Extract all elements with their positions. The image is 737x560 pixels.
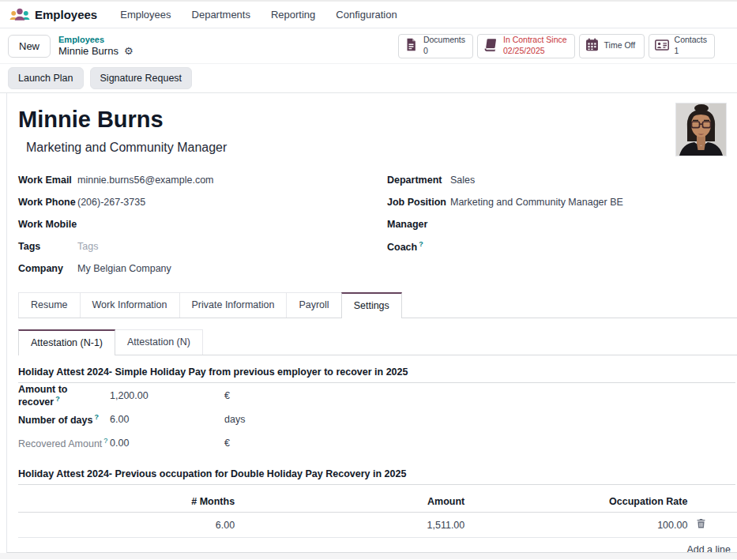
amount-column-header[interactable]: Amount	[241, 491, 471, 513]
company-label: Company	[18, 263, 77, 274]
main-navbar: Employees Employees Departments Reportin…	[0, 2, 737, 28]
recovered-amount-field: 0.00	[110, 438, 224, 449]
smart-button-label: In Contract Since	[503, 35, 567, 46]
manager-label: Manager	[387, 219, 450, 230]
employee-header: Minnie Burns Marketing and Community Man…	[18, 103, 227, 156]
amount-cell[interactable]: 1,511.00	[241, 513, 471, 538]
smart-button-value: 1	[675, 46, 707, 57]
days-unit: days	[224, 414, 245, 425]
subtab-attestation-n1[interactable]: Attestation (N-1)	[18, 329, 115, 355]
employee-job-title[interactable]: Marketing and Community Manager	[26, 141, 227, 155]
launch-plan-button[interactable]: Launch Plan	[8, 67, 84, 89]
number-of-days-field[interactable]: 6.00	[110, 414, 224, 425]
subtab-attestation-n[interactable]: Attestation (N)	[115, 329, 203, 355]
signature-request-button[interactable]: Signature Request	[90, 67, 193, 89]
field-group-left: Work Emailminnie.burns56@example.com Wor…	[18, 169, 378, 280]
field-groups: Work Emailminnie.burns56@example.com Wor…	[18, 169, 737, 280]
notebook-tabs: Resume Work Information Private Informat…	[18, 292, 737, 318]
occupation-rate-cell[interactable]: 100.00	[471, 513, 694, 538]
file-icon	[404, 38, 418, 54]
department-label: Department	[387, 175, 450, 186]
book-icon	[483, 38, 498, 54]
job-position-label: Job Position	[387, 197, 450, 208]
add-a-line-link[interactable]: Add a line	[18, 538, 737, 554]
menu-reporting[interactable]: Reporting	[261, 3, 325, 26]
help-icon: ?	[103, 437, 107, 445]
work-phone-label: Work Phone	[18, 197, 77, 208]
employee-form-sheet: Minnie Burns Marketing and Community Man…	[6, 93, 737, 553]
section-double-holiday-pay: Holiday Attest 2024- Previous occupation…	[18, 454, 735, 485]
currency-unit: €	[224, 438, 230, 449]
gear-icon[interactable]: ⚙	[124, 46, 133, 56]
section-title: Holiday Attest 2024- Simple Holiday Pay …	[18, 366, 408, 378]
attestation-sub-tabs: Attestation (N-1) Attestation (N)	[18, 329, 737, 355]
breadcrumb-current-record: Minnie Burns	[58, 45, 118, 58]
amount-to-recover-label: Amount to recover?	[18, 384, 110, 408]
employees-app-icon[interactable]	[9, 6, 30, 24]
new-button[interactable]: New	[8, 35, 51, 58]
menu-configuration[interactable]: Configuration	[325, 3, 407, 26]
tab-work-information[interactable]: Work Information	[80, 292, 180, 318]
control-panel: New Employees Minnie Burns ⚙ Documents 0	[0, 28, 737, 64]
department-field[interactable]: Sales	[450, 175, 475, 186]
section-title: Holiday Attest 2024- Previous occupation…	[18, 468, 406, 479]
smart-button-group: Documents 0 In Contract Since 02/25/2025	[398, 34, 715, 58]
tab-settings[interactable]: Settings	[341, 292, 402, 318]
tab-payroll[interactable]: Payroll	[286, 292, 341, 318]
menu-employees[interactable]: Employees	[110, 3, 181, 26]
actions-column-header	[694, 491, 737, 513]
help-icon: ?	[94, 413, 99, 421]
section-simple-holiday-pay: Holiday Attest 2024- Simple Holiday Pay …	[18, 355, 735, 383]
smart-button-value: 0	[423, 46, 465, 57]
contract-smart-button[interactable]: In Contract Since 02/25/2025	[477, 34, 575, 58]
work-mobile-label: Work Mobile	[18, 219, 77, 230]
employee-avatar[interactable]	[675, 103, 727, 156]
action-button-row: Launch Plan Signature Request	[0, 64, 737, 93]
occupation-lines-table: # Months Amount Occupation Rate 6.00 1,5…	[18, 491, 737, 553]
work-email-label: Work Email	[18, 175, 77, 186]
calendar-icon	[585, 38, 599, 54]
menu-departments[interactable]: Departments	[182, 3, 261, 26]
delete-row-button[interactable]	[694, 513, 737, 538]
add-line-row: Add a line	[18, 538, 737, 554]
tab-resume[interactable]: Resume	[18, 292, 81, 318]
time-off-smart-button[interactable]: Time Off	[579, 34, 645, 58]
tags-field[interactable]: Tags	[77, 241, 98, 252]
job-position-field[interactable]: Marketing and Community Manager BE	[450, 197, 623, 208]
occupation-rate-column-header[interactable]: Occupation Rate	[471, 491, 694, 513]
contacts-smart-button[interactable]: Contacts 1	[649, 34, 715, 58]
months-column-header[interactable]: # Months	[18, 491, 241, 513]
company-field[interactable]: My Belgian Company	[77, 263, 171, 274]
amount-to-recover-field[interactable]: 1,200.00	[110, 390, 224, 401]
table-row[interactable]: 6.00 1,511.00 100.00	[18, 513, 737, 538]
tab-private-information[interactable]: Private Information	[179, 292, 288, 318]
recovered-amount-label: Recovered Amount?	[18, 437, 110, 449]
work-email-field[interactable]: minnie.burns56@example.com	[77, 175, 214, 186]
app-title[interactable]: Employees	[35, 8, 97, 21]
address-card-icon	[655, 39, 669, 54]
smart-button-label: Contacts	[675, 35, 707, 46]
field-group-right: DepartmentSales Job PositionMarketing an…	[378, 169, 737, 280]
months-cell[interactable]: 6.00	[18, 513, 241, 538]
table-header-row: # Months Amount Occupation Rate	[18, 491, 737, 513]
number-of-days-label: Number of days?	[18, 413, 110, 426]
coach-label: Coach?	[387, 240, 450, 253]
coach-help-icon: ?	[419, 240, 423, 248]
breadcrumb-employees-link[interactable]: Employees	[58, 35, 133, 45]
breadcrumb: Employees Minnie Burns ⚙	[58, 35, 133, 58]
tags-label: Tags	[18, 241, 77, 252]
chatter-area-edge	[0, 553, 737, 559]
smart-button-value: 02/25/2025	[503, 46, 567, 57]
currency-unit: €	[224, 390, 230, 401]
help-icon: ?	[55, 395, 60, 403]
documents-smart-button[interactable]: Documents 0	[398, 34, 473, 58]
smart-button-label: Time Off	[604, 40, 636, 51]
employee-name[interactable]: Minnie Burns	[18, 104, 227, 134]
work-phone-field[interactable]: (206)-267-3735	[77, 197, 145, 208]
trash-icon	[697, 520, 705, 531]
smart-button-label: Documents	[423, 35, 465, 46]
